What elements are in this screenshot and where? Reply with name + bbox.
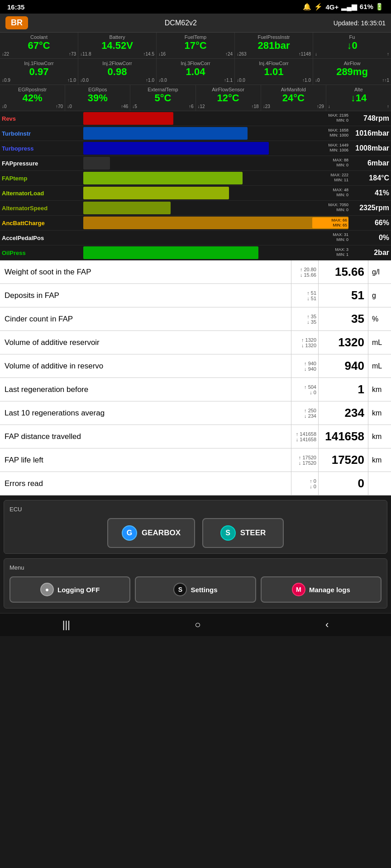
sensor-cell: Inj.2FlowCorr 0.98 ↓0.0 ↑1.0 — [78, 59, 157, 85]
gauge-row: FAPtemp MAX: 222MIN: 11 184°C — [0, 171, 391, 186]
nav-back-icon[interactable]: ‹ — [325, 619, 329, 631]
gauge-row: AncBattCharge MAX: 66MIN: 65 66% — [0, 216, 391, 231]
data-row-up: ↑ 141658 — [296, 431, 316, 437]
sensor-up: ↑6 — [189, 104, 194, 109]
sensor-minmax: ↓0.9 ↑1.0 — [1, 78, 77, 83]
gauge-bar — [83, 142, 269, 155]
sensor-minmax: ↓0 ↑46 — [66, 104, 129, 109]
sensor-label: AirFlowSensor — [197, 87, 260, 92]
gauge-label: Revs — [2, 115, 83, 122]
sensor-value: 1.01 — [236, 66, 312, 78]
nav-bar: ||| ○ ‹ — [0, 613, 391, 636]
menu-btn-label: Settings — [191, 586, 217, 594]
gauge-maxmin: MAX: 48MIN: 0 — [312, 188, 348, 198]
menu-btn-logging-off[interactable]: ● Logging OFF — [10, 576, 130, 603]
data-row-down: ↓ 0 — [310, 390, 316, 395]
gauge-bar — [83, 157, 110, 170]
data-row-up: ↑ 51 — [307, 290, 316, 296]
table-row: Volume of additive reservoir ↑ 1320 ↓ 13… — [0, 331, 391, 354]
ecu-btn-label: STEER — [240, 528, 266, 538]
nav-menu-icon[interactable]: ||| — [62, 619, 70, 631]
menu-btn-icon: S — [173, 583, 187, 596]
data-row-up: ↑ 504 — [304, 384, 316, 390]
network-icon: 4G+ — [325, 3, 339, 11]
sensor-up: ↑46 — [121, 104, 128, 109]
sensor-label: EGRposInstr — [1, 87, 64, 92]
sensor-minmax: ↓0.0 ↑1.1 — [157, 78, 234, 83]
sensor-cell: EGRposInstr 42% ↓0 ↑70 — [0, 85, 65, 111]
data-row-arrows: ↑ 17520 ↓ 17520 — [291, 448, 319, 472]
sensor-cell: Inj.3FlowCorr 1.04 ↓0.0 ↑1.1 — [157, 59, 235, 85]
gauge-value: 1016mbar — [348, 129, 389, 137]
ecu-section: ECU G GEARBOX S STEER — [4, 500, 387, 554]
sensor-up: ↑1.1 — [224, 78, 233, 83]
ecu-btn-gearbox[interactable]: G GEARBOX — [107, 518, 195, 548]
sensor-cell: FuelPressInstr 281bar ↓263 ↑1148 — [235, 33, 313, 58]
gauge-value: 0% — [348, 234, 389, 242]
gauge-bar — [83, 246, 258, 259]
sensor-minmax: ↓ ↑ — [314, 52, 390, 57]
sensor-row: Coolant 67°C ↓22 ↑73 Battery 14.52V ↓11.… — [0, 33, 391, 59]
sensor-down: ↓0.0 — [158, 78, 167, 83]
sensor-value: 14.52V — [79, 40, 155, 52]
sensor-cell: EGRpos 39% ↓0 ↑46 — [65, 85, 130, 111]
updated-time: Updated: 16:35:01 — [334, 19, 386, 27]
sensor-label: Inj.3FlowCorr — [157, 61, 234, 66]
data-row-value: 17520 — [319, 448, 368, 472]
sensor-value: 67°C — [1, 40, 77, 52]
sensor-value: 42% — [1, 92, 64, 104]
data-row-name: Errors read — [0, 472, 291, 495]
data-row-name: Deposits in FAP — [0, 284, 291, 307]
data-row-arrows: ↑ 250 ↓ 234 — [291, 401, 319, 425]
data-row-unit: km — [368, 425, 391, 448]
sensor-up: ↑ — [387, 104, 389, 109]
data-row-arrows: ↑ 940 ↓ 940 — [291, 354, 319, 377]
sensor-down: ↓0 — [67, 104, 72, 109]
sensor-label: ExternalTemp — [131, 87, 194, 92]
sensor-label: Alte — [327, 87, 390, 92]
data-row-name: Weight of soot in the FAP — [0, 260, 291, 283]
menu-btn-icon: M — [292, 583, 305, 596]
sensor-cell: Inj.1FlowCorr 0.97 ↓0.9 ↑1.0 — [0, 59, 78, 85]
sensor-up: ↑1.0 — [146, 78, 154, 83]
sensor-label: FuelTemp — [157, 34, 234, 40]
status-bar: 16:35 🔔 ⚡ 4G+ ▂▄▆ 61% 🔋 — [0, 0, 391, 14]
menu-btn-settings[interactable]: S Settings — [135, 576, 256, 603]
gauge-maxmin: MAX: 3MIN: 1 — [312, 247, 348, 257]
gauge-value: 41% — [348, 189, 389, 197]
sensor-cell: AirManifold 24°C ↓23 ↑29 — [261, 85, 326, 111]
sensor-label: Inj.1FlowCorr — [1, 61, 77, 66]
sensor-down: ↓12 — [198, 104, 205, 109]
table-row: Last regeneration before ↑ 504 ↓ 0 1 km — [0, 378, 391, 401]
table-row: Last 10 regenerations averag ↑ 250 ↓ 234… — [0, 401, 391, 425]
gauge-value: 184°C — [348, 174, 389, 182]
sensor-down: ↓16 — [158, 52, 166, 57]
sensor-value: 24°C — [262, 92, 325, 104]
data-row-unit: mL — [368, 331, 391, 354]
sensor-cell: AirFlowSensor 12°C ↓12 ↑18 — [196, 85, 261, 111]
sensor-up: ↑14.5 — [143, 52, 154, 57]
sensor-cell: FuelTemp 17°C ↓16 ↑24 — [157, 33, 235, 58]
sensor-cell: Fu ↓0 ↓ ↑ — [313, 33, 391, 58]
nav-home-icon[interactable]: ○ — [195, 619, 200, 631]
ecu-btn-steer[interactable]: S STEER — [202, 518, 284, 548]
data-row-arrows: ↑ 51 ↓ 51 — [291, 284, 319, 307]
gauge-bar — [83, 202, 171, 214]
ecu-buttons: G GEARBOX S STEER — [10, 518, 381, 548]
sensor-down: ↓0 — [315, 78, 320, 83]
data-row-value: 0 — [319, 472, 368, 495]
gauge-row: Turbopress MAX: 1449MIN: 1006 1008mbar — [0, 141, 391, 156]
menu-btn-manage-logs[interactable]: M Manage logs — [261, 576, 381, 603]
gauge-label: OilPress — [2, 250, 83, 256]
gauge-label: FAPtemp — [2, 175, 83, 182]
sensor-minmax: ↓263 ↑1148 — [236, 52, 312, 57]
sensor-rows: Coolant 67°C ↓22 ↑73 Battery 14.52V ↓11.… — [0, 33, 391, 111]
data-row-arrows: ↑ 1320 ↓ 1320 — [291, 331, 319, 354]
data-row-unit — [368, 472, 391, 495]
gauge-label: FAPpressure — [2, 160, 83, 167]
gauge-row: AlternatorLoad MAX: 48MIN: 0 41% — [0, 186, 391, 201]
sensor-up: ↑70 — [56, 104, 63, 109]
gauge-bar-container: MAX: 88MIN: 0 — [83, 157, 348, 170]
gauge-row: TurboInstr MAX: 1658MIN: 1000 1016mbar — [0, 126, 391, 141]
data-row-up: ↑ 940 — [304, 361, 316, 366]
